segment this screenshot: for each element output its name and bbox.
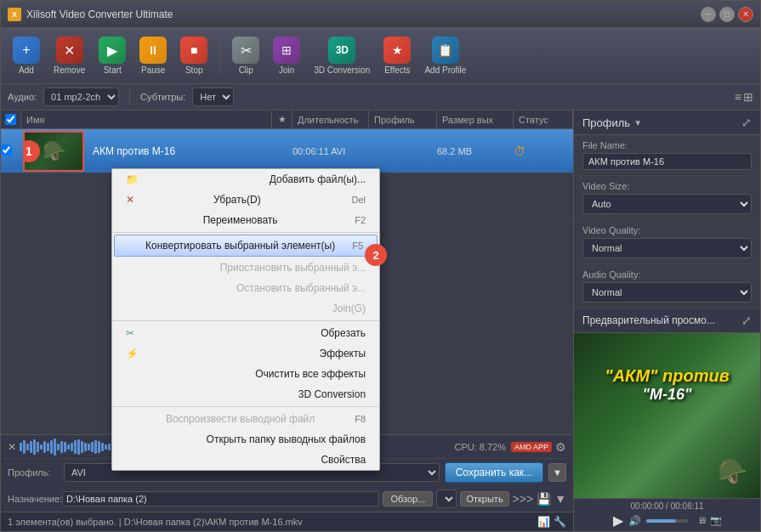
ctx-open-folder[interactable]: Открыть папку выводных файлов xyxy=(112,429,379,450)
maximize-button[interactable]: □ xyxy=(719,7,735,22)
profile-panel-title: Профиль xyxy=(582,116,630,129)
status-bar: 1 элемента(ов) выбрано. | D:\Новая папка… xyxy=(1,512,573,531)
settings-icon[interactable]: ⚙ xyxy=(555,440,566,454)
ctx-clip[interactable]: ✂ Обрезать xyxy=(112,323,379,343)
destination-input[interactable] xyxy=(62,491,379,507)
quality-icon-1[interactable]: 🖥 xyxy=(697,515,707,526)
open-button[interactable]: Открыть xyxy=(460,491,508,507)
start-icon: ▶ xyxy=(99,37,126,64)
videoquality-select[interactable]: Normal xyxy=(582,238,752,258)
title-bar: X Xilisoft Video Converter Ultimate ─ □ … xyxy=(1,1,760,28)
pause-icon: ⏸ xyxy=(139,37,167,64)
preview-expand-icon[interactable]: ⤢ xyxy=(741,314,752,327)
videosize-select[interactable]: Auto xyxy=(582,194,752,214)
nav-arrows[interactable]: >>> xyxy=(513,492,534,506)
add-button[interactable]: + Add xyxy=(8,33,45,78)
ctx-properties[interactable]: Свойства xyxy=(112,450,379,470)
close-button[interactable]: ✕ xyxy=(738,7,753,22)
videosize-field: Video Size: Auto xyxy=(574,176,760,220)
subtitle-label: Субтитры: xyxy=(140,92,185,102)
audio-select[interactable]: 01 mp2-2ch xyxy=(43,88,119,106)
effects-button[interactable]: ★ Effects xyxy=(378,33,416,78)
ctx-separator-1 xyxy=(112,232,379,233)
ctx-play-output: Воспроизвести выводной файл F8 xyxy=(112,409,379,429)
row-checkbox[interactable] xyxy=(1,144,21,158)
clip-label: Clip xyxy=(239,65,253,75)
app-title: Xilisoft Video Converter Ultimate xyxy=(26,8,701,20)
status-icon-2: 🔧 xyxy=(554,516,566,528)
add-icon: + xyxy=(13,37,40,64)
stop-button[interactable]: ■ Stop xyxy=(175,33,213,78)
controls-separator xyxy=(129,88,130,105)
ctx-remove[interactable]: ✕ Убрать(D) Del xyxy=(112,190,379,210)
3d-icon: 3D xyxy=(328,37,355,64)
right-panel: Профиль ▼ ⤢ File Name: Video Size: Auto … xyxy=(573,110,760,531)
add-label: Add xyxy=(19,65,34,75)
ctx-effects-icon: ⚡ xyxy=(126,348,139,359)
pause-label: Pause xyxy=(141,65,165,75)
ctx-add-files[interactable]: 📁 Добавить файл(ы)... xyxy=(112,169,379,190)
3d-label: 3D Conversion xyxy=(314,65,370,75)
ctx-convert[interactable]: Конвертировать выбранный элемент(ы) F5 2 xyxy=(114,235,378,257)
save-dropdown-button[interactable]: ▼ xyxy=(548,463,566,482)
audioquality-field: Audio Quality: Normal xyxy=(574,264,760,308)
down-arrow-icon[interactable]: ▼ xyxy=(554,492,566,506)
ctx-rename[interactable]: Переименовать F2 xyxy=(112,210,379,230)
clip-icon: ✂ xyxy=(232,37,259,64)
list-view-icons: ≡ ⊞ xyxy=(735,90,753,104)
ctx-stop-selected: Остановить выбранный э... xyxy=(112,278,379,298)
status-icon-1: 📊 xyxy=(537,516,550,528)
audioquality-select[interactable]: Normal xyxy=(582,282,752,303)
filename-field: File Name: xyxy=(574,135,760,176)
profile-expand-icon[interactable]: ⤢ xyxy=(741,116,752,129)
subtitle-select[interactable]: Нет xyxy=(192,88,234,106)
join-button[interactable]: ⊞ Join xyxy=(268,33,305,78)
remove-label: Remove xyxy=(54,65,85,75)
ctx-3d-conversion[interactable]: 3D Conversion xyxy=(112,384,379,405)
ctx-clip-icon: ✂ xyxy=(126,327,134,339)
file-row[interactable]: 🪖 1 АКМ против М-16 00:06:11 AVI 68.2 MB… xyxy=(1,129,573,173)
start-button[interactable]: ▶ Start xyxy=(94,33,131,78)
remove-icon: ✕ xyxy=(56,37,83,64)
videoquality-label: Video Quality: xyxy=(582,225,752,235)
audioquality-label: Audio Quality: xyxy=(582,269,752,280)
file-size: 68.2 MB xyxy=(437,146,514,156)
cpu-text: CPU: 8.72% xyxy=(454,442,506,452)
browse-button[interactable]: Обзор... xyxy=(383,491,433,507)
toolbar: + Add ✕ Remove ▶ Start ⏸ Pause ■ St xyxy=(1,28,760,84)
ctx-effects[interactable]: ⚡ Эффекты xyxy=(112,343,379,364)
destination-row: Назначение: Обзор... Открыть >>> 💾 ▼ xyxy=(1,486,573,512)
save-icon[interactable]: 💾 xyxy=(537,492,551,506)
3d-button[interactable]: 3D 3D Conversion xyxy=(309,33,375,78)
playback-bar: 00:00:00 / 00:06:11 ▶ 🔊 🖥 📷 xyxy=(574,498,760,531)
pause-button[interactable]: ⏸ Pause xyxy=(134,33,172,78)
quality-icons: 🖥 📷 xyxy=(697,515,722,526)
waveform-close-icon[interactable]: ✕ xyxy=(8,441,16,453)
time-display: 00:00:00 / 00:06:11 xyxy=(581,501,753,511)
remove-button[interactable]: ✕ Remove xyxy=(48,33,90,78)
volume-fill xyxy=(646,519,676,523)
filename-input[interactable] xyxy=(582,153,752,170)
save-as-button[interactable]: Сохранить как... xyxy=(445,462,543,483)
volume-icon[interactable]: 🔊 xyxy=(628,515,641,527)
preview-header: Предварительный просмо... ⤢ xyxy=(574,308,760,333)
video-title-1: "АКМ" против xyxy=(605,366,730,386)
addprofile-button[interactable]: 📋 Add Profile xyxy=(419,33,471,78)
play-button[interactable]: ▶ xyxy=(613,512,623,529)
ctx-clear-effects[interactable]: Очистить все эффекты xyxy=(112,364,379,384)
ctx-pause-selected: Приостановить выбранный э... xyxy=(112,258,379,278)
clip-button[interactable]: ✂ Clip xyxy=(227,33,264,78)
profile-label: Профиль: xyxy=(8,467,59,478)
grid-view-icon[interactable]: ⊞ xyxy=(743,90,753,104)
ctx-separator-3 xyxy=(112,406,379,407)
status-text: 1 элемента(ов) выбрано. | D:\Новая папка… xyxy=(8,517,537,527)
quality-icon-2[interactable]: 📷 xyxy=(710,515,722,526)
status-clock-icon: ⏱ xyxy=(514,144,525,158)
list-view-icon[interactable]: ≡ xyxy=(735,90,741,104)
minimize-button[interactable]: ─ xyxy=(701,7,716,22)
join-icon: ⊞ xyxy=(273,37,300,64)
browse-dropdown[interactable] xyxy=(436,490,457,508)
volume-slider[interactable] xyxy=(646,519,689,523)
select-all-checkbox[interactable] xyxy=(5,114,16,125)
playback-controls: ▶ 🔊 🖥 📷 xyxy=(581,512,753,529)
